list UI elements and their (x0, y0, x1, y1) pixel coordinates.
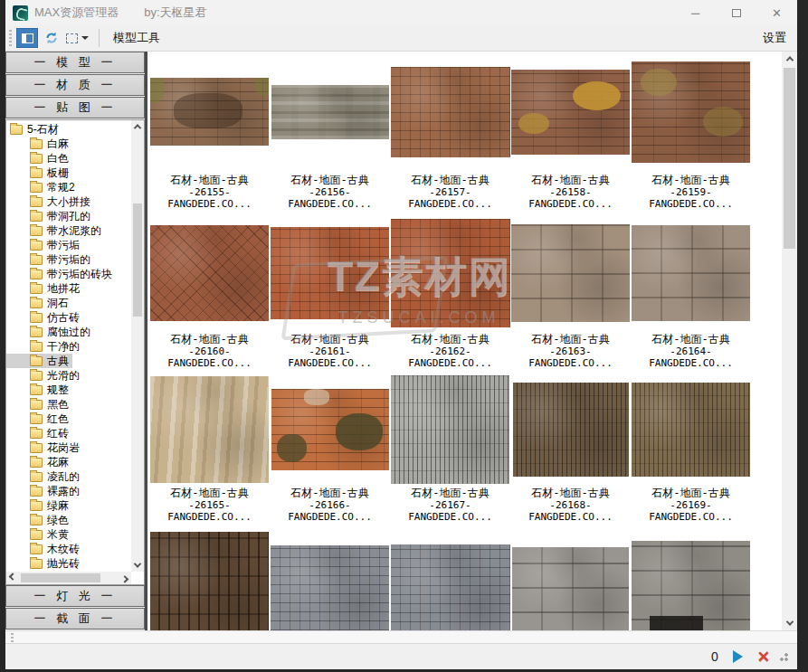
tree-item[interactable]: 带污垢的砖块 (6, 267, 116, 281)
folder-icon (30, 154, 43, 164)
scroll-up-icon[interactable] (131, 120, 144, 133)
folder-tree: 5-石材 白麻 白色 板栅 常规2 大小拼接 带洞孔的 带水泥浆的 带污垢 带污… (6, 122, 131, 572)
texture-thumbnail[interactable] (511, 224, 630, 322)
maximize-button[interactable] (716, 0, 756, 25)
tree-item[interactable]: 抛光砖 (6, 556, 83, 571)
texture-thumbnail[interactable] (271, 545, 389, 631)
model-tools-button[interactable]: 模型工具 (106, 28, 167, 48)
marquee-select-button[interactable] (65, 28, 90, 48)
texture-thumbnail[interactable] (271, 85, 389, 139)
texture-thumbnail[interactable] (391, 544, 510, 631)
tree-item[interactable]: 凌乱的 (6, 469, 83, 484)
tree-item[interactable]: 木纹砖 (6, 542, 83, 556)
tree-item[interactable]: 腐蚀过的 (6, 325, 94, 339)
minimize-button[interactable]: ─ (675, 0, 716, 25)
tree-item-label: 5-石材 (27, 122, 59, 137)
section-header-section[interactable]: 一 截 面 一 (5, 608, 145, 629)
texture-thumbnail[interactable] (271, 227, 389, 319)
scroll-right-icon[interactable] (119, 572, 131, 584)
tree-item[interactable]: 带污垢的 (6, 252, 94, 267)
tree-item[interactable]: 干净的 (6, 339, 83, 354)
tree-item[interactable]: 绿色 (6, 513, 72, 527)
thumbnail-zone (631, 52, 751, 172)
card-subtitle: -26162-FANGDEDE.CO... (390, 345, 510, 369)
tree-item[interactable]: 花岗岩 (6, 440, 83, 455)
section-header-light[interactable]: 一 灯 光 一 (5, 585, 145, 607)
tree-item[interactable]: 白麻 (6, 137, 72, 151)
tree-item[interactable]: 带污垢 (6, 238, 83, 252)
play-icon[interactable] (733, 650, 743, 663)
tree-item[interactable]: 带水泥浆的 (6, 223, 105, 238)
toggle-panel-button[interactable] (16, 28, 38, 48)
texture-thumbnail[interactable] (632, 541, 750, 631)
tree-item[interactable]: 5-石材 (6, 122, 62, 137)
toolbar-grip[interactable] (9, 30, 12, 46)
tree-scrollbar-thumb[interactable] (133, 203, 142, 317)
texture-thumbnail[interactable] (150, 376, 269, 483)
folder-icon (30, 327, 43, 337)
content-scrollbar[interactable] (782, 52, 797, 630)
clear-icon[interactable]: ✕ (757, 649, 770, 665)
scroll-up-icon[interactable] (782, 52, 797, 66)
texture-thumbnail[interactable] (632, 225, 750, 321)
content-scrollbar-thumb[interactable] (784, 68, 795, 249)
tree-item[interactable]: 黑色 (6, 397, 72, 412)
tree-vertical-scrollbar[interactable] (131, 120, 144, 572)
card-title: 石材-地面-古典 (149, 487, 270, 499)
tree-item-label: 洞石 (47, 296, 69, 311)
tree-item[interactable]: 白色 (6, 151, 72, 166)
thumbnail-zone (270, 374, 390, 485)
tree-item[interactable]: 带洞孔的 (6, 209, 94, 223)
tree-item[interactable]: 板栅 (6, 166, 72, 180)
bottom-grip[interactable] (11, 633, 14, 642)
tree-horizontal-scrollbar[interactable] (6, 572, 131, 584)
texture-thumbnail[interactable] (512, 547, 629, 630)
texture-thumbnail[interactable] (391, 375, 509, 484)
texture-thumbnail[interactable] (513, 383, 629, 477)
tree-item[interactable]: 红砖 (6, 426, 72, 440)
tree-item[interactable]: 花麻 (6, 455, 72, 469)
close-button[interactable]: ✕ (756, 0, 797, 25)
settings-button[interactable]: 设置 (759, 28, 790, 48)
texture-card: 石材-地面-古典 -26168-FANGDEDE.CO... (510, 374, 631, 528)
thumbnail-zone (149, 528, 270, 630)
tree-item[interactable]: 规整 (6, 383, 72, 397)
folder-icon (30, 270, 43, 279)
tree-item[interactable]: 古典 (6, 354, 72, 368)
refresh-button[interactable] (41, 28, 62, 48)
scroll-down-icon[interactable] (131, 559, 144, 572)
texture-thumbnail[interactable] (271, 389, 389, 470)
tree-item[interactable]: 地拼花 (6, 281, 83, 296)
texture-thumbnail[interactable] (150, 532, 269, 630)
tree-item[interactable]: 绿麻 (6, 498, 72, 513)
card-caption: 石材-地面-古典 -26168-FANGDEDE.CO... (510, 487, 631, 523)
texture-thumbnail[interactable] (391, 219, 510, 327)
resize-grip[interactable] (779, 652, 788, 661)
section-header-texture[interactable]: 一 贴 图 一 (5, 97, 145, 118)
scroll-down-icon[interactable] (782, 616, 797, 630)
card-subtitle: -26164-FANGDEDE.CO... (631, 345, 751, 369)
section-header-model[interactable]: 一 模 型 一 (5, 52, 145, 73)
folder-icon (30, 313, 43, 323)
texture-thumbnail[interactable] (632, 62, 750, 163)
tree-item[interactable]: 仿古砖 (6, 310, 83, 325)
tree-item[interactable]: 裸露的 (6, 484, 83, 498)
scroll-left-icon[interactable] (6, 572, 19, 584)
tree-hscrollbar-thumb[interactable] (21, 573, 100, 582)
card-caption: 石材-地面-古典 -26155-FANGDEDE.CO... (149, 175, 270, 210)
thumbnail-zone (149, 52, 270, 172)
tree-item[interactable]: 洞石 (6, 296, 72, 310)
texture-thumbnail[interactable] (632, 383, 750, 477)
texture-thumbnail[interactable] (150, 78, 269, 146)
statusbar: 0 ✕ (5, 643, 797, 669)
card-subtitle: -26159-FANGDEDE.CO... (631, 186, 751, 210)
texture-thumbnail[interactable] (391, 67, 510, 157)
texture-thumbnail[interactable] (150, 225, 269, 321)
tree-item[interactable]: 常规2 (6, 180, 79, 194)
tree-item[interactable]: 光滑的 (6, 368, 83, 383)
tree-item[interactable]: 米黄 (6, 527, 72, 542)
tree-item[interactable]: 大小拼接 (6, 194, 94, 209)
texture-thumbnail[interactable] (511, 70, 630, 155)
section-header-material[interactable]: 一 材 质 一 (5, 74, 145, 96)
tree-item[interactable]: 红色 (6, 412, 72, 426)
